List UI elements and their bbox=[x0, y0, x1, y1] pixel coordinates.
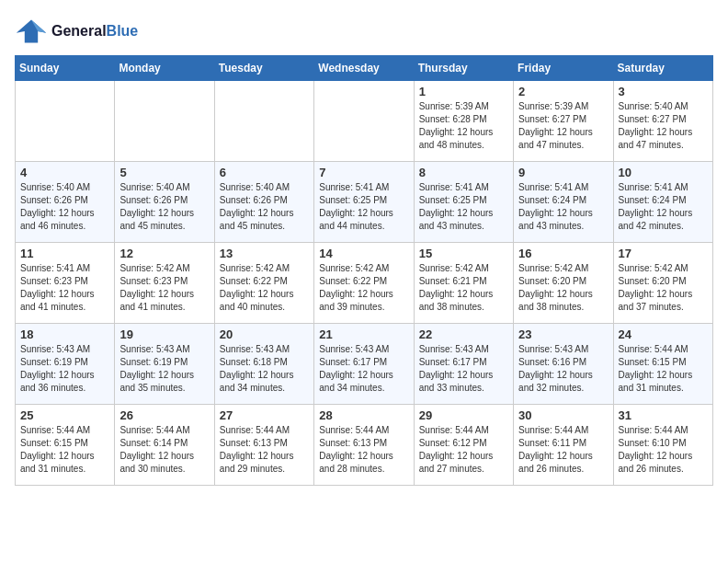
weekday-header-sunday: Sunday bbox=[16, 56, 115, 81]
day-info: Sunrise: 5:41 AMSunset: 6:25 PMDaylight:… bbox=[419, 181, 508, 233]
day-info: Sunrise: 5:44 AMSunset: 6:15 PMDaylight:… bbox=[619, 343, 708, 395]
day-info: Sunrise: 5:42 AMSunset: 6:22 PMDaylight:… bbox=[319, 262, 408, 314]
calendar-cell: 27Sunrise: 5:44 AMSunset: 6:13 PMDayligh… bbox=[214, 405, 313, 486]
calendar-cell: 9Sunrise: 5:41 AMSunset: 6:24 PMDaylight… bbox=[514, 162, 613, 243]
weekday-header-saturday: Saturday bbox=[613, 56, 712, 81]
calendar-table: SundayMondayTuesdayWednesdayThursdayFrid… bbox=[15, 55, 713, 486]
day-number: 9 bbox=[518, 166, 608, 179]
day-number: 4 bbox=[20, 166, 109, 179]
calendar-cell: 18Sunrise: 5:43 AMSunset: 6:19 PMDayligh… bbox=[16, 324, 115, 405]
day-number: 8 bbox=[419, 166, 508, 179]
calendar-cell: 8Sunrise: 5:41 AMSunset: 6:25 PMDaylight… bbox=[414, 162, 513, 243]
day-number: 12 bbox=[119, 247, 209, 260]
calendar-cell: 7Sunrise: 5:41 AMSunset: 6:25 PMDaylight… bbox=[314, 162, 414, 243]
calendar-cell: 11Sunrise: 5:41 AMSunset: 6:23 PMDayligh… bbox=[16, 243, 115, 324]
day-number: 26 bbox=[119, 408, 209, 422]
calendar-cell: 29Sunrise: 5:44 AMSunset: 6:12 PMDayligh… bbox=[414, 405, 513, 486]
day-info: Sunrise: 5:44 AMSunset: 6:10 PMDaylight:… bbox=[619, 424, 708, 476]
day-info: Sunrise: 5:41 AMSunset: 6:24 PMDaylight:… bbox=[518, 181, 608, 233]
day-info: Sunrise: 5:44 AMSunset: 6:11 PMDaylight:… bbox=[518, 424, 608, 476]
day-number: 28 bbox=[319, 408, 408, 422]
calendar-cell: 24Sunrise: 5:44 AMSunset: 6:15 PMDayligh… bbox=[613, 324, 712, 405]
day-info: Sunrise: 5:41 AMSunset: 6:24 PMDaylight:… bbox=[619, 181, 708, 233]
day-info: Sunrise: 5:44 AMSunset: 6:14 PMDaylight:… bbox=[119, 424, 209, 476]
calendar-cell bbox=[16, 81, 115, 162]
day-number: 27 bbox=[220, 408, 309, 422]
calendar-cell: 28Sunrise: 5:44 AMSunset: 6:13 PMDayligh… bbox=[314, 405, 414, 486]
calendar-cell: 6Sunrise: 5:40 AMSunset: 6:26 PMDaylight… bbox=[214, 162, 313, 243]
calendar-cell bbox=[115, 81, 214, 162]
weekday-header-friday: Friday bbox=[514, 56, 613, 81]
calendar-cell: 14Sunrise: 5:42 AMSunset: 6:22 PMDayligh… bbox=[314, 243, 414, 324]
day-info: Sunrise: 5:41 AMSunset: 6:25 PMDaylight:… bbox=[319, 181, 408, 233]
day-number: 20 bbox=[220, 327, 309, 341]
day-info: Sunrise: 5:40 AMSunset: 6:26 PMDaylight:… bbox=[220, 181, 309, 233]
week-row-5: 25Sunrise: 5:44 AMSunset: 6:15 PMDayligh… bbox=[16, 405, 713, 486]
day-info: Sunrise: 5:43 AMSunset: 6:18 PMDaylight:… bbox=[220, 343, 309, 395]
day-number: 11 bbox=[20, 247, 109, 260]
day-info: Sunrise: 5:43 AMSunset: 6:17 PMDaylight:… bbox=[419, 343, 508, 395]
calendar-cell: 2Sunrise: 5:39 AMSunset: 6:27 PMDaylight… bbox=[514, 81, 613, 162]
logo: GeneralBlue bbox=[15, 15, 138, 48]
calendar-cell: 1Sunrise: 5:39 AMSunset: 6:28 PMDaylight… bbox=[414, 81, 513, 162]
day-number: 5 bbox=[119, 166, 209, 179]
day-number: 19 bbox=[119, 327, 209, 341]
day-number: 21 bbox=[319, 327, 408, 341]
day-number: 30 bbox=[518, 408, 608, 422]
day-info: Sunrise: 5:40 AMSunset: 6:27 PMDaylight:… bbox=[619, 100, 708, 152]
day-number: 10 bbox=[619, 166, 708, 179]
logo-icon bbox=[15, 15, 48, 48]
day-info: Sunrise: 5:40 AMSunset: 6:26 PMDaylight:… bbox=[119, 181, 209, 233]
calendar-cell: 26Sunrise: 5:44 AMSunset: 6:14 PMDayligh… bbox=[115, 405, 214, 486]
calendar-cell: 16Sunrise: 5:42 AMSunset: 6:20 PMDayligh… bbox=[514, 243, 613, 324]
day-number: 18 bbox=[20, 327, 109, 341]
calendar-cell bbox=[314, 81, 414, 162]
day-info: Sunrise: 5:44 AMSunset: 6:13 PMDaylight:… bbox=[319, 424, 408, 476]
calendar-cell: 3Sunrise: 5:40 AMSunset: 6:27 PMDaylight… bbox=[613, 81, 712, 162]
weekday-header-row: SundayMondayTuesdayWednesdayThursdayFrid… bbox=[16, 56, 713, 81]
day-info: Sunrise: 5:43 AMSunset: 6:19 PMDaylight:… bbox=[20, 343, 109, 395]
week-row-2: 4Sunrise: 5:40 AMSunset: 6:26 PMDaylight… bbox=[16, 162, 713, 243]
day-info: Sunrise: 5:40 AMSunset: 6:26 PMDaylight:… bbox=[20, 181, 109, 233]
day-number: 25 bbox=[20, 408, 109, 422]
calendar-cell: 13Sunrise: 5:42 AMSunset: 6:22 PMDayligh… bbox=[214, 243, 313, 324]
calendar-cell: 19Sunrise: 5:43 AMSunset: 6:19 PMDayligh… bbox=[115, 324, 214, 405]
calendar-cell: 22Sunrise: 5:43 AMSunset: 6:17 PMDayligh… bbox=[414, 324, 513, 405]
day-info: Sunrise: 5:42 AMSunset: 6:20 PMDaylight:… bbox=[619, 262, 708, 314]
day-number: 13 bbox=[220, 247, 309, 260]
day-number: 3 bbox=[619, 85, 708, 98]
calendar-cell: 10Sunrise: 5:41 AMSunset: 6:24 PMDayligh… bbox=[613, 162, 712, 243]
calendar-cell: 12Sunrise: 5:42 AMSunset: 6:23 PMDayligh… bbox=[115, 243, 214, 324]
day-info: Sunrise: 5:42 AMSunset: 6:21 PMDaylight:… bbox=[419, 262, 508, 314]
day-info: Sunrise: 5:39 AMSunset: 6:28 PMDaylight:… bbox=[419, 100, 508, 152]
day-info: Sunrise: 5:44 AMSunset: 6:15 PMDaylight:… bbox=[20, 424, 109, 476]
page-header: GeneralBlue bbox=[15, 15, 713, 48]
day-number: 23 bbox=[518, 327, 608, 341]
week-row-1: 1Sunrise: 5:39 AMSunset: 6:28 PMDaylight… bbox=[16, 81, 713, 162]
calendar-cell: 31Sunrise: 5:44 AMSunset: 6:10 PMDayligh… bbox=[613, 405, 712, 486]
weekday-header-wednesday: Wednesday bbox=[314, 56, 414, 81]
weekday-header-monday: Monday bbox=[115, 56, 214, 81]
day-info: Sunrise: 5:42 AMSunset: 6:22 PMDaylight:… bbox=[220, 262, 309, 314]
calendar-cell: 4Sunrise: 5:40 AMSunset: 6:26 PMDaylight… bbox=[16, 162, 115, 243]
week-row-4: 18Sunrise: 5:43 AMSunset: 6:19 PMDayligh… bbox=[16, 324, 713, 405]
day-number: 22 bbox=[419, 327, 508, 341]
calendar-cell: 25Sunrise: 5:44 AMSunset: 6:15 PMDayligh… bbox=[16, 405, 115, 486]
week-row-3: 11Sunrise: 5:41 AMSunset: 6:23 PMDayligh… bbox=[16, 243, 713, 324]
weekday-header-tuesday: Tuesday bbox=[214, 56, 313, 81]
day-number: 29 bbox=[419, 408, 508, 422]
day-info: Sunrise: 5:39 AMSunset: 6:27 PMDaylight:… bbox=[518, 100, 608, 152]
day-number: 2 bbox=[518, 85, 608, 98]
calendar-cell: 5Sunrise: 5:40 AMSunset: 6:26 PMDaylight… bbox=[115, 162, 214, 243]
day-number: 15 bbox=[419, 247, 508, 260]
day-number: 16 bbox=[518, 247, 608, 260]
day-info: Sunrise: 5:41 AMSunset: 6:23 PMDaylight:… bbox=[20, 262, 109, 314]
weekday-header-thursday: Thursday bbox=[414, 56, 513, 81]
calendar-cell: 17Sunrise: 5:42 AMSunset: 6:20 PMDayligh… bbox=[613, 243, 712, 324]
day-info: Sunrise: 5:42 AMSunset: 6:20 PMDaylight:… bbox=[518, 262, 608, 314]
day-info: Sunrise: 5:43 AMSunset: 6:19 PMDaylight:… bbox=[119, 343, 209, 395]
calendar-cell: 30Sunrise: 5:44 AMSunset: 6:11 PMDayligh… bbox=[514, 405, 613, 486]
day-number: 14 bbox=[319, 247, 408, 260]
day-info: Sunrise: 5:44 AMSunset: 6:12 PMDaylight:… bbox=[419, 424, 508, 476]
day-info: Sunrise: 5:43 AMSunset: 6:17 PMDaylight:… bbox=[319, 343, 408, 395]
